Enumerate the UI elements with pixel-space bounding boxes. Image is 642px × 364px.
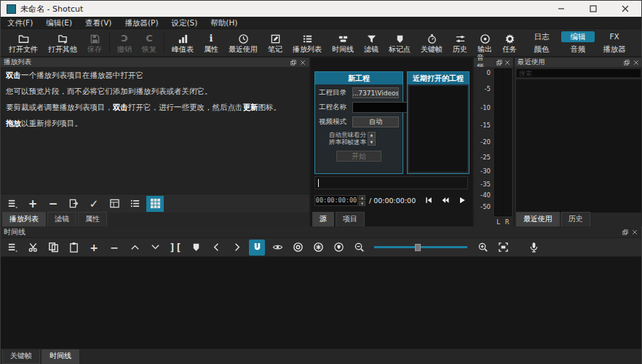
spin-up-icon[interactable]: ▲ [359, 195, 365, 200]
float-panel-icon[interactable] [623, 59, 630, 66]
playlist-menu-button[interactable] [4, 196, 21, 212]
project-folder-label: 工程目录 [319, 88, 349, 98]
history-button[interactable]: 历史 [448, 30, 472, 55]
timeline-tracks-area[interactable] [1, 257, 641, 349]
redo-button[interactable]: C 恢复 [137, 30, 162, 55]
list-view-icon[interactable] [126, 196, 143, 212]
zoom-out-icon[interactable] [351, 240, 367, 256]
skip-start-icon[interactable] [424, 196, 433, 205]
recent-files-list[interactable] [516, 79, 641, 213]
open-other-button[interactable]: 打开其他 [43, 30, 82, 55]
recent-projects-list[interactable] [409, 86, 467, 172]
rewind-icon[interactable] [441, 196, 450, 205]
scrub-eye-icon[interactable] [269, 240, 285, 256]
ripple-delete-icon[interactable]: − [106, 240, 122, 256]
remove-icon[interactable]: − [44, 196, 62, 212]
menu-file[interactable]: 文件(F) [1, 17, 39, 29]
menu-edit[interactable]: 编辑(E) [39, 17, 79, 29]
close-button[interactable] [609, 1, 641, 17]
zoom-slider[interactable] [374, 243, 467, 252]
append-icon[interactable]: + [86, 240, 102, 256]
update-icon[interactable] [65, 196, 82, 212]
float-panel-icon[interactable] [496, 59, 502, 66]
project-folder-button[interactable]: ...7371\Videos [352, 87, 399, 98]
start-button[interactable]: 开始 [336, 151, 381, 162]
scroll-up-icon[interactable]: ▲ [368, 132, 376, 138]
menu-settings[interactable]: 设定(S) [165, 17, 204, 29]
filters-button[interactable]: 滤镜 [359, 30, 384, 55]
layout-logging[interactable]: 日志 [525, 31, 558, 42]
undo-button[interactable]: Ɔ 撤销 [112, 30, 137, 55]
tab-properties[interactable]: 属性 [78, 212, 107, 226]
zoom-in-icon[interactable] [475, 240, 491, 256]
save-button[interactable]: 保存 [82, 30, 107, 55]
play-icon[interactable] [458, 196, 467, 205]
playlist-toolbar: + − ✓ [1, 194, 309, 213]
marker-icon[interactable] [188, 240, 204, 256]
copy-icon[interactable] [45, 240, 61, 256]
spin-down-icon[interactable]: ▼ [359, 201, 365, 206]
open-file-button[interactable]: 打开文件 [4, 30, 43, 55]
lift-icon[interactable] [127, 240, 143, 256]
jobs-button[interactable]: 任务 [497, 30, 522, 55]
properties-button[interactable]: i 属性 [199, 30, 223, 55]
recent-button[interactable]: 最近使用 [223, 30, 263, 55]
ripple-icon[interactable] [290, 240, 306, 256]
video-mode-button[interactable]: 自动 [352, 116, 399, 127]
next-marker-icon[interactable] [229, 240, 245, 256]
record-audio-mic-icon[interactable] [526, 240, 542, 256]
tab-source[interactable]: 源 [312, 212, 334, 226]
overwrite-icon[interactable] [147, 240, 163, 256]
export-button[interactable]: 输出 [472, 30, 497, 55]
keyframes-button[interactable]: 关键帧 [416, 30, 448, 55]
ripple-markers-icon[interactable] [330, 240, 346, 256]
check-icon[interactable]: ✓ [85, 196, 103, 212]
tab-history[interactable]: 历史 [561, 212, 590, 226]
tab-recent[interactable]: 最近使用 [516, 212, 560, 226]
menu-view[interactable]: 查看(V) [79, 17, 118, 29]
tab-project[interactable]: 项目 [336, 212, 365, 226]
add-icon[interactable]: + [24, 196, 41, 212]
prev-marker-icon[interactable] [208, 240, 224, 256]
peak-meter-button[interactable]: 峰值表 [167, 30, 199, 55]
notes-button[interactable]: 笔记 [263, 30, 288, 55]
tab-keyframes[interactable]: 关键帧 [2, 349, 40, 364]
search-input[interactable] [516, 68, 641, 78]
menu-help[interactable]: 帮助(H) [204, 17, 244, 29]
close-panel-icon[interactable] [299, 59, 306, 66]
close-panel-icon[interactable] [633, 59, 640, 66]
layout-audio[interactable]: 音频 [561, 44, 595, 55]
close-panel-icon[interactable] [631, 229, 638, 235]
tab-filters[interactable]: 滤镜 [47, 212, 76, 226]
paste-icon[interactable] [66, 240, 82, 256]
maximize-button[interactable] [577, 1, 609, 17]
player-seekbar[interactable] [314, 176, 468, 189]
tab-timeline[interactable]: 时间线 [41, 349, 79, 364]
layout-color[interactable]: 颜色 [525, 44, 558, 55]
grid-view-icon[interactable] [146, 196, 164, 212]
cut-icon[interactable] [25, 240, 41, 256]
timeline-button[interactable]: 时间线 [327, 30, 359, 55]
scroll-down-icon[interactable]: ▼ [368, 139, 376, 146]
layout-fx[interactable]: FX [598, 31, 631, 42]
zoom-slider-thumb[interactable] [415, 244, 421, 251]
layout-editing[interactable]: 编辑 [561, 31, 595, 42]
split-icon[interactable]: ][ [167, 240, 183, 256]
float-panel-icon[interactable] [622, 229, 629, 235]
snap-magnet-icon[interactable] [249, 240, 265, 256]
layout-player[interactable]: 播放器 [598, 44, 631, 55]
tab-playlist[interactable]: 播放列表 [2, 212, 46, 226]
close-panel-icon[interactable] [504, 59, 510, 66]
player-tabs: 源 项目 [311, 213, 472, 226]
markers-button[interactable]: 标记点 [384, 30, 416, 55]
zoom-fit-icon[interactable] [495, 240, 511, 256]
timeline-menu-button[interactable] [4, 240, 20, 256]
float-panel-icon[interactable] [290, 59, 297, 66]
menu-player[interactable]: 播放器(P) [118, 17, 165, 29]
ripple-all-tracks-icon[interactable] [310, 240, 326, 256]
details-view-icon[interactable] [106, 196, 123, 212]
timecode-field[interactable]: 00:00:00:00 [314, 195, 358, 206]
playlist-button[interactable]: 播放列表 [288, 30, 327, 55]
level-meter-bars [494, 68, 512, 216]
minimize-button[interactable] [545, 1, 577, 17]
